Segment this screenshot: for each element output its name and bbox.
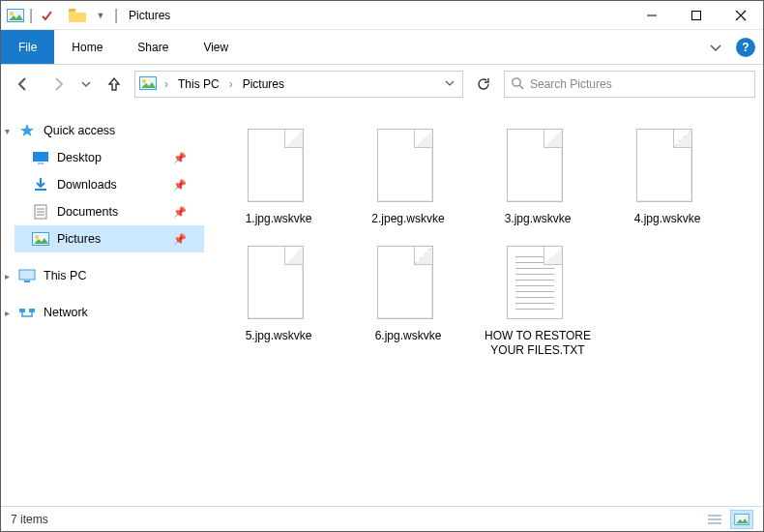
chevron-right-icon[interactable]: ▸ — [5, 271, 10, 281]
body: ▾ Quick access Desktop 📌 Downloads 📌 — [1, 103, 763, 506]
text-file-icon — [507, 246, 569, 323]
svg-rect-25 — [19, 309, 25, 312]
address-dropdown-icon[interactable] — [441, 77, 458, 91]
unknown-file-icon — [377, 246, 439, 323]
file-name: 2.jpeg.wskvke — [371, 212, 444, 226]
maximize-button[interactable] — [674, 1, 719, 30]
sidebar-item-label: This PC — [44, 269, 86, 282]
svg-rect-14 — [38, 163, 44, 164]
back-button[interactable] — [9, 70, 38, 99]
up-button[interactable] — [100, 70, 129, 99]
svg-rect-23 — [19, 270, 35, 280]
chevron-right-icon[interactable]: ▸ — [5, 308, 10, 318]
sidebar-quick-access[interactable]: ▾ Quick access — [15, 117, 204, 144]
tab-view[interactable]: View — [186, 30, 246, 64]
tab-home[interactable]: Home — [54, 30, 120, 64]
location-icon — [139, 76, 157, 93]
sidebar-item-downloads[interactable]: Downloads 📌 — [15, 171, 204, 198]
separator: | — [113, 7, 119, 24]
file-item[interactable]: 6.jpg.wskvke — [343, 236, 473, 368]
status-item-count: 7 items — [11, 513, 48, 526]
recent-locations-icon[interactable] — [78, 70, 94, 99]
pin-icon: 📌 — [173, 179, 187, 192]
navbar: › This PC › Pictures — [1, 65, 763, 103]
sidebar-item-label: Network — [44, 306, 88, 319]
svg-rect-24 — [24, 281, 30, 282]
app-icon — [5, 5, 26, 26]
file-item[interactable]: 5.jpg.wskvke — [214, 236, 343, 368]
sidebar-item-label: Pictures — [57, 232, 101, 246]
file-name: 4.jpg.wskvke — [634, 212, 701, 226]
view-details-button[interactable] — [703, 510, 726, 529]
help-button[interactable]: ? — [736, 38, 755, 57]
downloads-icon — [32, 177, 49, 192]
file-name: 1.jpg.wskvke — [246, 212, 312, 226]
search-input[interactable] — [530, 77, 749, 91]
address-bar[interactable]: › This PC › Pictures — [134, 71, 463, 98]
star-icon — [18, 123, 36, 138]
unknown-file-icon — [377, 129, 439, 206]
ribbon: File Home Share View ? — [1, 30, 763, 65]
pin-icon: 📌 — [173, 152, 187, 164]
file-name: HOW TO RESTORE YOUR FILES.TXT — [480, 329, 596, 358]
file-list[interactable]: 1.jpg.wskvke2.jpeg.wskvke3.jpg.wskvke4.j… — [204, 103, 763, 506]
unknown-file-icon — [636, 129, 698, 206]
svg-rect-5 — [692, 11, 701, 19]
breadcrumb-this-pc[interactable]: This PC — [176, 77, 221, 91]
qat-dropdown-icon[interactable]: ▼ — [90, 5, 111, 26]
pictures-icon — [32, 231, 49, 247]
window-controls — [630, 1, 763, 30]
search-box[interactable] — [504, 71, 755, 98]
quick-access-toolbar: | ▼ | — [1, 5, 123, 26]
file-item[interactable]: 3.jpg.wskvke — [473, 119, 602, 236]
sidebar-item-label: Documents — [57, 205, 118, 219]
sidebar-item-label: Desktop — [57, 151, 102, 164]
file-name: 6.jpg.wskvke — [375, 329, 442, 343]
breadcrumb-pictures[interactable]: Pictures — [241, 77, 286, 91]
sidebar-item-documents[interactable]: Documents 📌 — [15, 198, 204, 225]
separator: | — [28, 7, 34, 24]
chevron-right-icon[interactable]: › — [161, 77, 172, 91]
svg-rect-15 — [35, 189, 46, 191]
tab-share[interactable]: Share — [120, 30, 186, 64]
file-tab[interactable]: File — [1, 30, 54, 64]
close-button[interactable] — [719, 1, 763, 30]
chevron-right-icon[interactable]: › — [225, 77, 237, 91]
sidebar-network[interactable]: ▸ Network — [15, 299, 204, 326]
ribbon-expand-icon[interactable] — [705, 37, 726, 58]
file-item[interactable]: HOW TO RESTORE YOUR FILES.TXT — [473, 236, 602, 368]
svg-point-22 — [35, 235, 39, 239]
sidebar-item-label: Quick access — [44, 124, 115, 137]
minimize-button[interactable] — [630, 1, 674, 30]
nav-pane: ▾ Quick access Desktop 📌 Downloads 📌 — [1, 103, 204, 506]
svg-point-11 — [513, 77, 520, 85]
svg-line-12 — [519, 85, 523, 89]
network-icon — [18, 305, 36, 320]
file-item[interactable]: 2.jpeg.wskvke — [343, 119, 473, 236]
file-item[interactable]: 1.jpg.wskvke — [214, 119, 343, 236]
sidebar-item-pictures[interactable]: Pictures 📌 — [15, 225, 204, 252]
sidebar-item-desktop[interactable]: Desktop 📌 — [15, 144, 204, 171]
file-item[interactable]: 4.jpg.wskvke — [602, 119, 732, 236]
status-bar: 7 items — [1, 506, 763, 531]
forward-button[interactable] — [44, 70, 73, 99]
svg-rect-3 — [69, 9, 75, 12]
svg-rect-13 — [33, 152, 48, 162]
folder-qat-icon[interactable] — [67, 5, 88, 26]
properties-qat-icon[interactable] — [36, 5, 57, 26]
sidebar-this-pc[interactable]: ▸ This PC — [15, 262, 204, 289]
refresh-button[interactable] — [469, 71, 498, 98]
sidebar-item-label: Downloads — [57, 178, 117, 192]
svg-point-2 — [10, 12, 14, 15]
search-icon — [511, 76, 524, 93]
view-large-icons-button[interactable] — [730, 510, 753, 529]
svg-rect-26 — [29, 309, 35, 312]
unknown-file-icon — [248, 246, 309, 323]
file-name: 5.jpg.wskvke — [246, 329, 312, 343]
chevron-down-icon[interactable]: ▾ — [5, 126, 10, 136]
titlebar: | ▼ | Pictures — [1, 1, 763, 30]
documents-icon — [32, 204, 49, 220]
svg-point-10 — [142, 79, 146, 83]
pin-icon: 📌 — [173, 233, 187, 246]
unknown-file-icon — [507, 129, 569, 206]
